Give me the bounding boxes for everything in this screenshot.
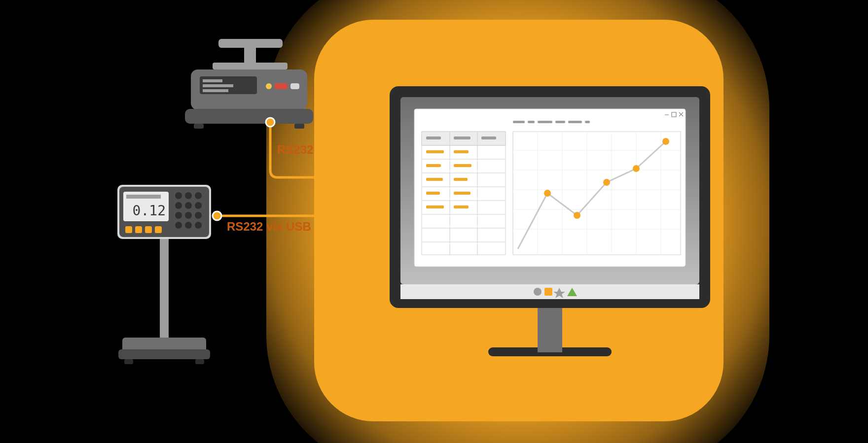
svg-point-99 (662, 138, 669, 145)
svg-rect-72 (481, 136, 496, 139)
svg-rect-82 (454, 205, 469, 208)
label-rs232-usb: RS232 via USB (227, 220, 311, 234)
data-table-icon (422, 132, 506, 255)
svg-rect-56 (568, 121, 582, 123)
svg-rect-70 (426, 136, 441, 139)
line-chart-icon (513, 132, 681, 255)
svg-point-41 (266, 118, 275, 127)
diagram-root: 0.12 RS232 RS232 via US (0, 0, 868, 443)
svg-point-42 (213, 211, 221, 220)
svg-rect-55 (555, 121, 565, 123)
svg-rect-52 (513, 121, 525, 123)
svg-rect-53 (528, 121, 535, 123)
svg-rect-79 (426, 192, 440, 195)
svg-rect-81 (426, 205, 444, 208)
svg-rect-57 (585, 121, 590, 123)
monitor-icon (390, 86, 710, 362)
svg-rect-75 (426, 164, 441, 167)
svg-rect-73 (426, 150, 444, 153)
svg-rect-78 (454, 178, 468, 181)
svg-rect-102 (544, 288, 552, 296)
svg-point-101 (534, 288, 542, 296)
svg-rect-80 (454, 192, 470, 195)
svg-rect-44 (538, 303, 562, 352)
svg-point-97 (603, 179, 610, 186)
svg-rect-74 (454, 150, 469, 153)
svg-rect-77 (426, 178, 443, 181)
svg-point-96 (574, 212, 580, 219)
svg-rect-76 (454, 164, 471, 167)
svg-rect-54 (538, 121, 552, 123)
svg-point-95 (544, 190, 551, 197)
svg-rect-71 (454, 136, 470, 139)
label-rs232: RS232 (277, 143, 313, 157)
svg-point-98 (633, 165, 640, 172)
